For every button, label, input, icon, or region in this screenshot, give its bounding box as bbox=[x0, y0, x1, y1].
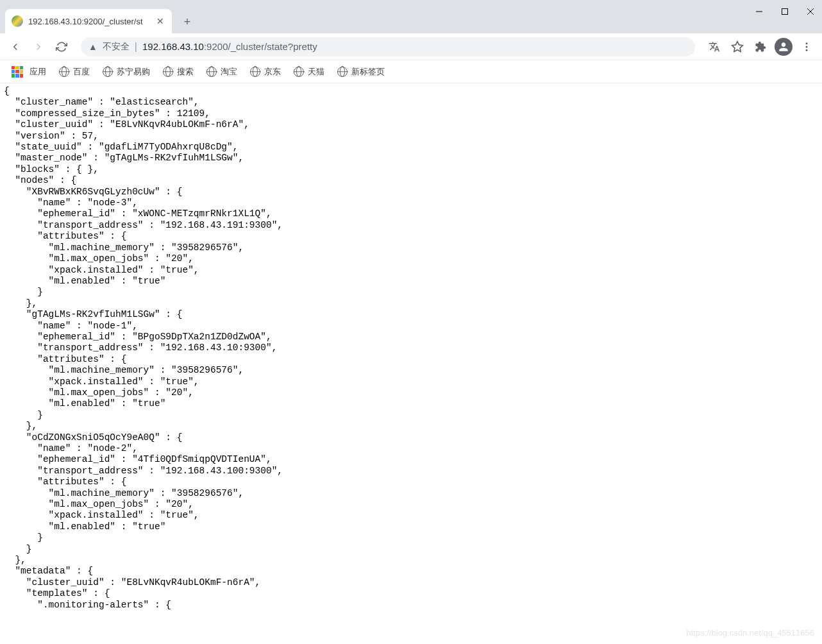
json-content: { "cluster_name" : "elasticsearch", "com… bbox=[0, 83, 822, 613]
globe-icon bbox=[250, 67, 260, 77]
apps-label: 应用 bbox=[29, 66, 46, 78]
bookmark-label: 天猫 bbox=[308, 66, 324, 78]
close-icon[interactable]: ✕ bbox=[155, 16, 165, 26]
bookmark-item[interactable]: 京东 bbox=[245, 64, 286, 80]
warning-icon: ▲ bbox=[88, 42, 97, 52]
bookmark-star-icon[interactable] bbox=[728, 38, 746, 56]
bookmark-label: 淘宝 bbox=[221, 66, 237, 78]
forward-button[interactable] bbox=[29, 38, 47, 56]
watermark: https://blog.csdn.net/qq_45511656 bbox=[687, 628, 815, 638]
address-bar[interactable]: ▲ 不安全 | 192.168.43.10:9200/_cluster/stat… bbox=[81, 37, 695, 56]
security-label: 不安全 bbox=[103, 41, 130, 53]
menu-icon[interactable] bbox=[798, 38, 816, 56]
favicon-icon bbox=[12, 15, 23, 27]
bookmark-item[interactable]: 新标签页 bbox=[332, 64, 390, 80]
divider: | bbox=[135, 41, 137, 53]
titlebar: 192.168.43.10:9200/_cluster/st ✕ + bbox=[0, 0, 822, 33]
toolbar: ▲ 不安全 | 192.168.43.10:9200/_cluster/stat… bbox=[0, 33, 822, 60]
globe-icon bbox=[294, 67, 304, 77]
bookmark-item[interactable]: 淘宝 bbox=[201, 64, 242, 80]
maximize-icon[interactable] bbox=[780, 6, 790, 17]
new-tab-button[interactable]: + bbox=[178, 13, 196, 31]
bookmark-label: 京东 bbox=[264, 66, 281, 78]
globe-icon bbox=[163, 67, 173, 77]
minimize-icon[interactable] bbox=[754, 6, 764, 17]
url-path: :9200/_cluster/state?pretty bbox=[204, 41, 317, 52]
tab-title: 192.168.43.10:9200/_cluster/st bbox=[28, 17, 150, 26]
close-window-icon[interactable] bbox=[805, 6, 816, 17]
apps-shortcut[interactable]: 应用 bbox=[6, 64, 51, 80]
bookmark-item[interactable]: 苏宁易购 bbox=[97, 64, 155, 80]
svg-rect-1 bbox=[782, 9, 788, 15]
globe-icon bbox=[59, 67, 69, 77]
bookmark-item[interactable]: 搜索 bbox=[158, 64, 199, 80]
bookmark-label: 苏宁易购 bbox=[117, 66, 150, 78]
profile-avatar[interactable] bbox=[775, 38, 793, 56]
url-text: 192.168.43.10:9200/_cluster/state?pretty bbox=[142, 41, 317, 52]
svg-point-6 bbox=[806, 46, 808, 47]
extensions-icon[interactable] bbox=[751, 38, 769, 56]
bookmark-label: 搜索 bbox=[177, 66, 194, 78]
globe-icon bbox=[206, 67, 217, 77]
svg-point-5 bbox=[806, 42, 808, 44]
bookmark-item[interactable]: 百度 bbox=[54, 64, 95, 80]
bookmark-label: 新标签页 bbox=[351, 66, 385, 78]
svg-marker-4 bbox=[732, 41, 743, 51]
window-controls bbox=[754, 0, 816, 23]
bookmark-item[interactable]: 天猫 bbox=[289, 64, 330, 80]
globe-icon bbox=[337, 67, 348, 77]
svg-point-7 bbox=[806, 49, 808, 51]
url-host: 192.168.43.10 bbox=[142, 41, 204, 52]
translate-icon[interactable] bbox=[705, 38, 723, 56]
back-button[interactable] bbox=[6, 38, 24, 56]
browser-tab[interactable]: 192.168.43.10:9200/_cluster/st ✕ bbox=[5, 9, 172, 33]
reload-button[interactable] bbox=[53, 38, 71, 56]
globe-icon bbox=[103, 67, 113, 77]
bookmarks-bar: 应用 百度 苏宁易购 搜索 淘宝 京东 天猫 新标签页 bbox=[0, 60, 822, 83]
bookmark-label: 百度 bbox=[73, 66, 90, 78]
apps-icon bbox=[12, 66, 23, 78]
